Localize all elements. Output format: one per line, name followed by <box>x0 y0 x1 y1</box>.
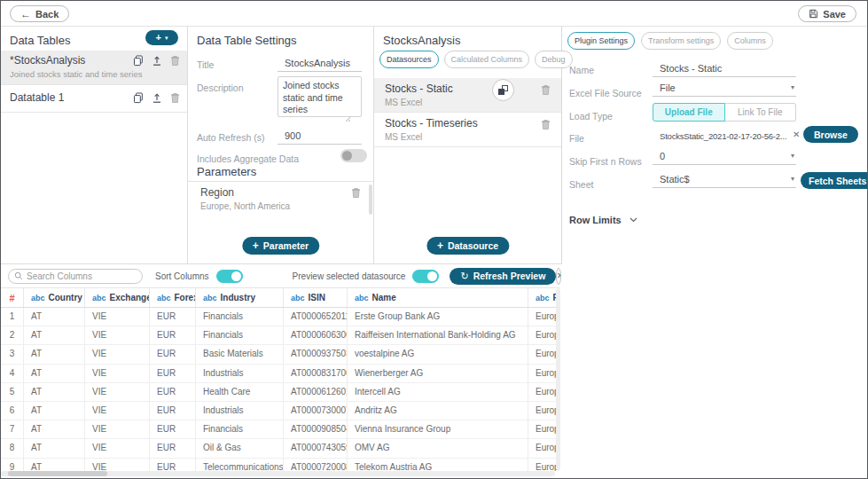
text-type-icon: abc <box>31 294 45 302</box>
delete-icon[interactable] <box>351 187 361 199</box>
row-index-cell: 5 <box>1 383 24 401</box>
load-type-label: Load Type <box>569 111 613 122</box>
fetch-sheets-button[interactable]: Fetch Sheets <box>801 172 868 189</box>
index-column-header[interactable]: # <box>1 288 24 307</box>
title-input[interactable] <box>278 58 362 71</box>
excel-file-source-select[interactable]: File ▾ <box>653 82 796 97</box>
table-cell: EUR <box>150 383 196 401</box>
tab-columns[interactable]: Columns <box>727 32 773 50</box>
table-cell: Andritz AG <box>348 402 528 420</box>
resize-handle-icon[interactable] <box>345 110 351 126</box>
add-datasource-button[interactable]: + Datasource <box>426 237 509 255</box>
table-cell: VIE <box>85 365 150 382</box>
table-cell: AT <box>24 308 85 326</box>
upload-file-segment[interactable]: Upload File <box>653 103 725 122</box>
auto-refresh-input[interactable] <box>278 130 362 144</box>
column-header-country[interactable]: abcCountry <box>24 288 85 307</box>
preview-datasource-toggle[interactable] <box>412 270 439 283</box>
tab-transform-settings[interactable]: Transform settings <box>641 32 721 50</box>
text-type-icon: abc <box>355 294 369 302</box>
table-cell: Europe <box>528 439 559 457</box>
table-cell: Europe <box>528 420 559 438</box>
clear-file-icon[interactable]: ✕ <box>793 130 800 139</box>
link-to-file-segment[interactable]: Link To File <box>725 103 797 122</box>
column-header-name[interactable]: abcName <box>348 288 528 307</box>
save-icon <box>809 9 818 19</box>
table-cell: AT0000908504 <box>284 420 348 438</box>
skip-rows-select[interactable]: 0 ▾ <box>653 151 796 165</box>
column-header-exchange[interactable]: abcExchange <box>85 288 150 307</box>
excel-file-source-value: File <box>653 82 796 96</box>
table-cell: Europe <box>528 402 559 420</box>
column-header-forex[interactable]: abcForex <box>150 288 196 307</box>
sort-columns-toggle[interactable] <box>216 270 243 283</box>
description-label: Description <box>197 82 244 93</box>
datasource-item-timeseries[interactable]: Stocks - Timeseries MS Excel <box>374 113 561 147</box>
column-header-isin[interactable]: abcISIN <box>284 288 348 307</box>
data-table-item-datatable1[interactable]: Datatable 1 <box>1 85 187 113</box>
refresh-preview-button[interactable]: ↻ Refresh Preview <box>450 268 556 285</box>
copy-icon[interactable] <box>133 92 144 104</box>
preview-toolbar: Sort Columns Preview selected datasource… <box>1 264 562 287</box>
browse-button[interactable]: Browse <box>803 126 858 143</box>
table-cell: Industrials <box>196 365 284 382</box>
search-columns-input[interactable] <box>27 271 137 281</box>
column-header-industry[interactable]: abcIndustry <box>196 288 284 307</box>
aggregate-label: Includes Aggregate Data <box>197 153 299 164</box>
datasource-item-static[interactable]: Stocks - Static MS Excel <box>374 78 561 113</box>
table-cell: EUR <box>150 439 196 457</box>
delete-icon[interactable] <box>541 119 551 130</box>
column-label: Name <box>372 293 396 302</box>
row-index-cell: 7 <box>1 420 24 438</box>
sheet-row: Sheet Static$ ▾ Fetch Sheets <box>569 176 868 195</box>
search-columns-box <box>8 269 143 284</box>
tab-datasources[interactable]: Datasources <box>379 51 439 68</box>
file-name-value: StocksStatic_2021-02-17-20-56-2... <box>660 131 791 141</box>
arrow-left-icon: ← <box>20 8 31 20</box>
parameter-item-region[interactable]: Region Europe, North America <box>188 182 373 217</box>
table-cell: Telekom Austria AG <box>348 459 528 472</box>
scrollbar-thumb[interactable] <box>369 185 372 215</box>
data-table-settings-panel: Data Table Settings Title Description Jo… <box>188 27 374 263</box>
tab-plugin-settings[interactable]: Plugin Settings <box>567 32 635 50</box>
delete-icon[interactable] <box>170 55 180 67</box>
refresh-icon: ↻ <box>460 271 468 281</box>
table-cell: AT0000743059 <box>284 439 348 457</box>
table-cell: VIE <box>85 459 150 472</box>
vertical-scrollbar[interactable] <box>556 289 560 470</box>
table-cell: AT0000937503 <box>284 345 348 363</box>
datasource-name: Stocks - Static <box>385 82 453 95</box>
back-button[interactable]: ← Back <box>10 5 69 22</box>
table-cell: Raiffeisen International Bank-Holding AG <box>348 326 528 344</box>
add-parameter-button[interactable]: + Parameter <box>242 237 319 255</box>
data-table-item-stocksanalysis[interactable]: *StocksAnalysis Joined stocks static and… <box>1 51 187 85</box>
sheet-select[interactable]: Static$ ▾ <box>653 174 796 188</box>
name-input[interactable] <box>653 63 796 76</box>
tab-calculated-columns[interactable]: Calculated Columns <box>444 51 530 68</box>
auto-refresh-row: Auto Refresh (s) <box>197 129 363 146</box>
text-type-icon: abc <box>536 294 550 302</box>
upload-icon[interactable] <box>152 55 162 67</box>
expand-panel-button[interactable]: › <box>556 268 561 285</box>
table-cell: AT <box>24 326 85 344</box>
sort-columns-label: Sort Columns <box>155 271 209 281</box>
horizontal-scrollbar-track <box>1 471 555 476</box>
aggregate-row: Includes Aggregate Data <box>197 150 363 166</box>
row-limits-expander[interactable]: Row Limits <box>569 215 637 225</box>
refresh-preview-label: Refresh Preview <box>473 271 546 281</box>
join-datasources-button[interactable] <box>492 79 514 101</box>
horizontal-scrollbar-thumb[interactable] <box>8 471 107 476</box>
back-label: Back <box>35 9 59 20</box>
delete-icon[interactable] <box>541 84 551 96</box>
text-type-icon: abc <box>203 294 217 302</box>
copy-icon[interactable] <box>133 55 144 67</box>
data-tables-panel: Data Tables + ▾ *StocksAnalysis Joined s… <box>1 27 188 263</box>
add-data-table-button[interactable]: + ▾ <box>145 30 178 45</box>
skip-rows-value: 0 <box>653 151 796 164</box>
column-header-region[interactable]: abcRegion <box>528 288 559 307</box>
table-row: 9ATVIEEURTelecommunicationsAT0000720008T… <box>1 459 559 472</box>
upload-icon[interactable] <box>152 92 162 104</box>
delete-icon[interactable] <box>170 92 180 104</box>
aggregate-toggle[interactable] <box>340 149 367 162</box>
save-button[interactable]: Save <box>798 5 856 22</box>
